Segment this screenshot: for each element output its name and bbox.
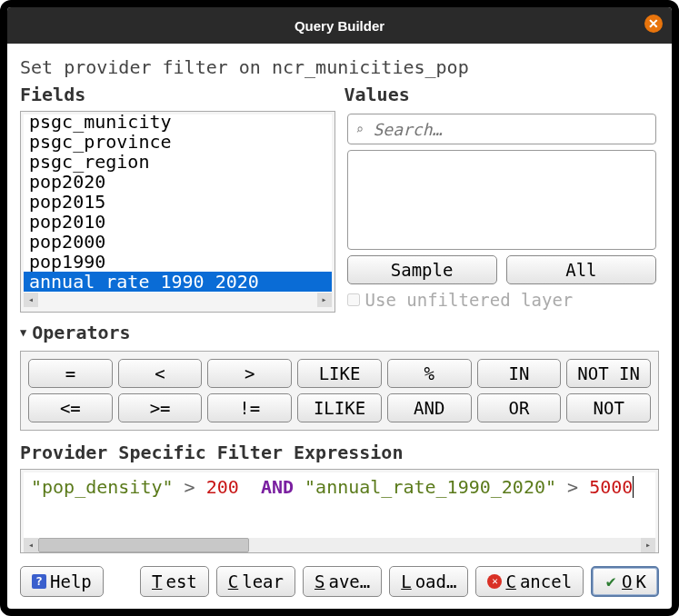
test-button[interactable]: Test	[140, 566, 209, 597]
help-icon: ?	[32, 574, 46, 589]
scroll-right-icon[interactable]: ▸	[317, 293, 332, 307]
scroll-thumb[interactable]	[38, 538, 249, 552]
clear-button[interactable]: Clear	[216, 566, 295, 597]
operator-button[interactable]: NOT	[566, 393, 651, 422]
scroll-track[interactable]	[38, 293, 317, 307]
field-item[interactable]: pop1990	[24, 252, 332, 272]
operator-button[interactable]: OR	[477, 393, 562, 422]
operator-button[interactable]: >=	[118, 393, 203, 422]
fields-box: psgc_municitypsgc_provincepsgc_regionpop…	[20, 111, 335, 313]
fields-list[interactable]: psgc_municitypsgc_provincepsgc_regionpop…	[24, 114, 332, 293]
operator-button[interactable]: %	[387, 359, 472, 388]
search-icon: ⌕	[356, 122, 364, 136]
ok-icon: ✔	[604, 574, 618, 589]
save-button[interactable]: Save…	[303, 566, 382, 597]
help-button[interactable]: ?Help	[20, 566, 104, 597]
operator-button[interactable]: ILIKE	[297, 393, 382, 422]
operator-button[interactable]: <=	[28, 393, 113, 422]
scroll-left-icon[interactable]: ◂	[24, 293, 38, 307]
expression-box: "pop_density" > 200 AND "annual_rate_199…	[20, 469, 659, 553]
operators-toggle[interactable]: ▼ Operators	[20, 322, 659, 343]
expression-label: Provider Specific Filter Expression	[20, 442, 659, 463]
cancel-button[interactable]: ✕Cancel	[475, 566, 584, 597]
subtitle: Set provider filter on ncr_municities_po…	[20, 56, 659, 78]
close-icon[interactable]: ✕	[644, 15, 663, 33]
field-item[interactable]: psgc_province	[24, 132, 332, 152]
field-item[interactable]: psgc_municity	[24, 114, 332, 132]
field-item[interactable]: psgc_region	[24, 152, 332, 172]
scroll-left-icon[interactable]: ◂	[24, 538, 38, 552]
field-item[interactable]: pop2015	[24, 192, 332, 212]
ok-button[interactable]: ✔OK	[591, 566, 659, 597]
operators-box: =<>LIKE%INNOT IN <=>=!=ILIKEANDORNOT	[20, 351, 659, 431]
operator-button[interactable]: LIKE	[297, 359, 382, 388]
fields-label: Fields	[20, 84, 335, 105]
field-item[interactable]: pop2020	[24, 172, 332, 192]
sample-button[interactable]: Sample	[347, 255, 497, 284]
operator-button[interactable]: !=	[207, 393, 292, 422]
unfiltered-checkbox-row: Use unfiltered layer	[347, 290, 657, 310]
values-label: Values	[344, 84, 660, 105]
operator-button[interactable]: <	[118, 359, 203, 388]
field-item[interactable]: pop2010	[24, 212, 332, 232]
operator-button[interactable]: IN	[477, 359, 562, 388]
field-item[interactable]: annual_rate_1990_2020	[24, 272, 332, 292]
chevron-down-icon: ▼	[20, 326, 26, 339]
values-search-input[interactable]	[347, 114, 657, 144]
scroll-track[interactable]	[38, 538, 641, 552]
values-box: ⌕ Sample All Use unfiltered layer	[344, 111, 660, 313]
operator-button[interactable]: NOT IN	[566, 359, 651, 388]
expression-hscrollbar[interactable]: ◂ ▸	[24, 538, 655, 552]
scroll-right-icon[interactable]: ▸	[641, 538, 655, 552]
field-item[interactable]: pop2000	[24, 232, 332, 252]
unfiltered-checkbox	[347, 293, 360, 306]
operators-label: Operators	[32, 322, 130, 343]
expression-editor[interactable]: "pop_density" > 200 AND "annual_rate_199…	[24, 472, 655, 538]
operator-button[interactable]: AND	[387, 393, 472, 422]
window-title: Query Builder	[295, 18, 384, 34]
fields-hscrollbar[interactable]: ◂ ▸	[24, 293, 332, 307]
operator-button[interactable]: >	[207, 359, 292, 388]
values-list[interactable]	[347, 150, 657, 250]
all-button[interactable]: All	[506, 255, 656, 284]
cancel-icon: ✕	[487, 574, 502, 589]
title-bar: Query Builder ✕	[7, 7, 672, 44]
load-button[interactable]: Load…	[389, 566, 468, 597]
unfiltered-label: Use unfiltered layer	[365, 290, 574, 310]
operator-button[interactable]: =	[28, 359, 113, 388]
